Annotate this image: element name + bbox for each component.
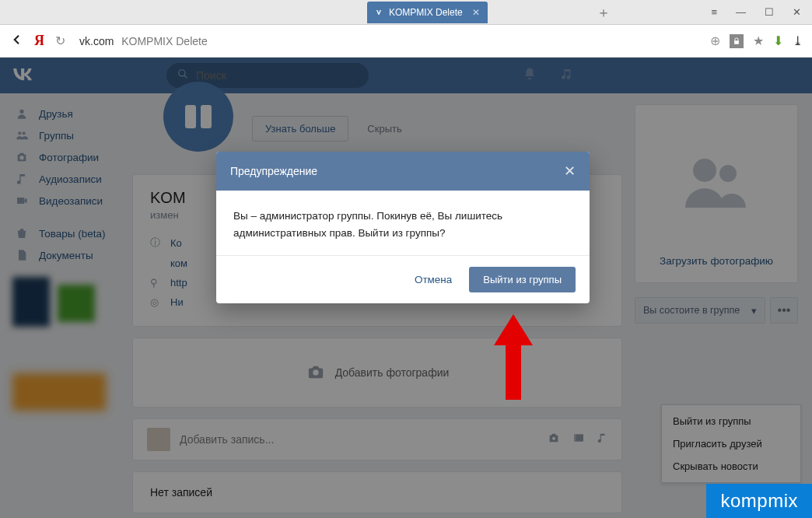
address-bar: Я ↻ vk.com KOMPMIX Delete ⊕ ★ ⬇ ⤓: [0, 25, 812, 58]
back-button[interactable]: [9, 33, 23, 50]
url-field[interactable]: vk.com KOMPMIX Delete: [76, 35, 699, 47]
tab-close-icon[interactable]: ✕: [472, 7, 480, 18]
modal-body: Вы – администратор группы. Покинув её, В…: [216, 191, 590, 255]
modal-close-icon[interactable]: ✕: [564, 163, 576, 180]
new-tab-button[interactable]: ＋: [597, 3, 611, 22]
yandex-logo-icon[interactable]: Я: [34, 33, 44, 49]
vk-favicon: [375, 8, 384, 17]
cancel-button[interactable]: Отмена: [410, 268, 457, 292]
browser-tab-strip: KOMPMIX Delete ✕ ＋ ≡ — ☐ ✕: [0, 0, 812, 25]
warning-modal: Предупреждение ✕ Вы – администратор груп…: [216, 152, 590, 303]
close-window-icon[interactable]: ✕: [793, 6, 801, 18]
minimize-icon[interactable]: —: [736, 6, 746, 18]
download-arrow-icon[interactable]: ⬇: [773, 33, 783, 48]
bookmark-star-icon[interactable]: ★: [753, 33, 764, 48]
leave-group-button[interactable]: Выйти из группы: [469, 267, 576, 292]
modal-title: Предупреждение: [230, 165, 317, 177]
downloads-icon[interactable]: ⤓: [793, 33, 803, 48]
lock-icon[interactable]: [730, 34, 744, 48]
browser-tab-active[interactable]: KOMPMIX Delete ✕: [367, 2, 488, 23]
globe-icon[interactable]: ⊕: [710, 33, 720, 48]
menu-icon[interactable]: ≡: [711, 6, 717, 18]
window-controls: ≡ — ☐ ✕: [711, 6, 812, 18]
tab-title: KOMPMIX Delete: [389, 7, 463, 18]
maximize-icon[interactable]: ☐: [765, 6, 774, 18]
reload-icon[interactable]: ↻: [55, 33, 65, 48]
watermark: kompmix: [706, 484, 812, 518]
annotation-arrow: [490, 314, 537, 403]
